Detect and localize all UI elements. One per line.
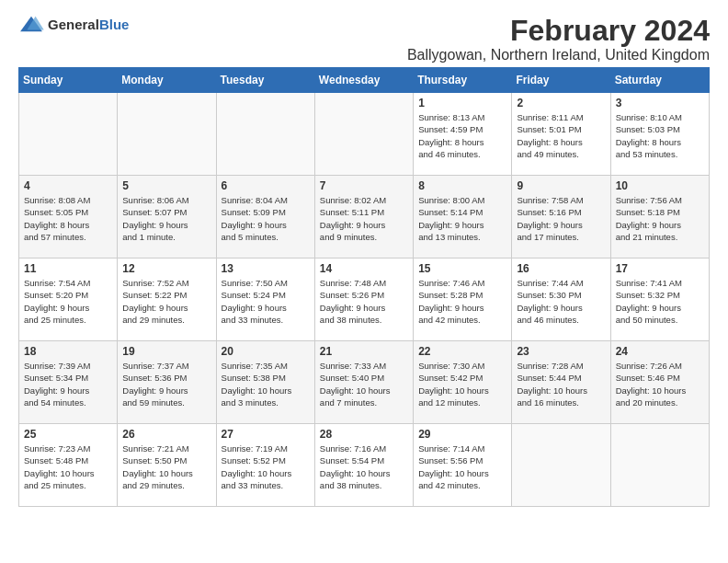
page-subtitle: Ballygowan, Northern Ireland, United Kin… [407, 47, 710, 63]
calendar-day-header: Sunday [19, 68, 118, 93]
day-number: 3 [616, 97, 704, 109]
calendar-cell: 23Sunrise: 7:28 AM Sunset: 5:44 PM Dayli… [512, 341, 610, 424]
calendar-cell: 2Sunrise: 8:11 AM Sunset: 5:01 PM Daylig… [512, 93, 610, 176]
calendar-cell: 6Sunrise: 8:04 AM Sunset: 5:09 PM Daylig… [216, 176, 314, 259]
day-info: Sunrise: 7:26 AM Sunset: 5:46 PM Dayligh… [616, 360, 704, 408]
day-info: Sunrise: 7:54 AM Sunset: 5:20 PM Dayligh… [24, 277, 112, 326]
calendar-cell: 1Sunrise: 8:13 AM Sunset: 4:59 PM Daylig… [414, 93, 512, 176]
calendar-cell: 22Sunrise: 7:30 AM Sunset: 5:42 PM Dayli… [414, 341, 512, 424]
calendar-header-row: SundayMondayTuesdayWednesdayThursdayFrid… [19, 68, 710, 93]
calendar-day-header: Wednesday [314, 68, 413, 93]
logo-text-general: General [48, 17, 99, 32]
day-number: 23 [517, 345, 605, 358]
calendar-cell: 18Sunrise: 7:39 AM Sunset: 5:34 PM Dayli… [19, 341, 118, 424]
day-info: Sunrise: 7:30 AM Sunset: 5:42 PM Dayligh… [418, 360, 506, 408]
logo-text-blue: Blue [99, 17, 130, 32]
logo-icon [18, 15, 44, 35]
day-info: Sunrise: 7:46 AM Sunset: 5:28 PM Dayligh… [418, 277, 506, 326]
day-number: 12 [122, 262, 210, 275]
day-info: Sunrise: 7:28 AM Sunset: 5:44 PM Dayligh… [517, 360, 605, 408]
day-number: 10 [616, 179, 704, 192]
day-number: 27 [222, 428, 310, 441]
day-info: Sunrise: 7:56 AM Sunset: 5:18 PM Dayligh… [616, 194, 704, 243]
day-number: 24 [616, 345, 704, 358]
calendar-cell: 20Sunrise: 7:35 AM Sunset: 5:38 PM Dayli… [216, 341, 314, 424]
calendar-day-header: Tuesday [216, 68, 314, 93]
calendar-cell: 25Sunrise: 7:23 AM Sunset: 5:48 PM Dayli… [19, 424, 118, 507]
day-info: Sunrise: 7:23 AM Sunset: 5:48 PM Dayligh… [24, 442, 112, 491]
logo: GeneralBlue [18, 15, 129, 35]
day-number: 6 [222, 179, 310, 192]
day-info: Sunrise: 7:14 AM Sunset: 5:56 PM Dayligh… [418, 442, 506, 491]
calendar-day-header: Monday [118, 68, 216, 93]
calendar-day-header: Saturday [610, 68, 709, 93]
day-info: Sunrise: 8:02 AM Sunset: 5:11 PM Dayligh… [320, 194, 408, 243]
day-info: Sunrise: 7:19 AM Sunset: 5:52 PM Dayligh… [222, 442, 310, 491]
calendar-cell: 9Sunrise: 7:58 AM Sunset: 5:16 PM Daylig… [512, 176, 610, 259]
title-area: February 2024 Ballygowan, Northern Irela… [407, 15, 710, 63]
calendar-cell: 5Sunrise: 8:06 AM Sunset: 5:07 PM Daylig… [118, 176, 216, 259]
day-info: Sunrise: 8:06 AM Sunset: 5:07 PM Dayligh… [122, 194, 210, 243]
calendar-cell [314, 93, 413, 176]
day-info: Sunrise: 7:37 AM Sunset: 5:36 PM Dayligh… [122, 360, 210, 408]
calendar-cell: 28Sunrise: 7:16 AM Sunset: 5:54 PM Dayli… [314, 424, 413, 507]
day-info: Sunrise: 8:00 AM Sunset: 5:14 PM Dayligh… [418, 194, 506, 243]
calendar-cell: 26Sunrise: 7:21 AM Sunset: 5:50 PM Dayli… [118, 424, 216, 507]
calendar-cell [19, 93, 118, 176]
day-info: Sunrise: 7:39 AM Sunset: 5:34 PM Dayligh… [24, 360, 112, 408]
day-number: 17 [616, 262, 704, 275]
day-number: 18 [24, 345, 112, 358]
calendar-cell: 21Sunrise: 7:33 AM Sunset: 5:40 PM Dayli… [314, 341, 413, 424]
calendar-week-row: 1Sunrise: 8:13 AM Sunset: 4:59 PM Daylig… [19, 93, 710, 176]
calendar-day-header: Thursday [414, 68, 512, 93]
calendar-cell: 19Sunrise: 7:37 AM Sunset: 5:36 PM Dayli… [118, 341, 216, 424]
calendar-week-row: 4Sunrise: 8:08 AM Sunset: 5:05 PM Daylig… [19, 176, 710, 259]
day-number: 22 [418, 345, 506, 358]
calendar-cell: 15Sunrise: 7:46 AM Sunset: 5:28 PM Dayli… [414, 259, 512, 341]
day-number: 21 [320, 345, 408, 358]
day-number: 15 [418, 262, 506, 275]
day-info: Sunrise: 8:13 AM Sunset: 4:59 PM Dayligh… [418, 111, 506, 160]
day-info: Sunrise: 7:48 AM Sunset: 5:26 PM Dayligh… [320, 277, 408, 326]
day-info: Sunrise: 7:16 AM Sunset: 5:54 PM Dayligh… [320, 442, 408, 491]
calendar-cell: 16Sunrise: 7:44 AM Sunset: 5:30 PM Dayli… [512, 259, 610, 341]
calendar-cell: 12Sunrise: 7:52 AM Sunset: 5:22 PM Dayli… [118, 259, 216, 341]
calendar-cell [118, 93, 216, 176]
day-number: 19 [122, 345, 210, 358]
calendar-day-header: Friday [512, 68, 610, 93]
day-info: Sunrise: 8:04 AM Sunset: 5:09 PM Dayligh… [222, 194, 310, 243]
day-info: Sunrise: 8:08 AM Sunset: 5:05 PM Dayligh… [24, 194, 112, 243]
day-number: 1 [418, 97, 506, 109]
calendar-week-row: 25Sunrise: 7:23 AM Sunset: 5:48 PM Dayli… [19, 424, 710, 507]
page-title: February 2024 [407, 15, 710, 47]
calendar-cell [216, 93, 314, 176]
calendar-cell: 3Sunrise: 8:10 AM Sunset: 5:03 PM Daylig… [610, 93, 709, 176]
page-header: GeneralBlue February 2024 Ballygowan, No… [18, 15, 710, 63]
day-info: Sunrise: 7:58 AM Sunset: 5:16 PM Dayligh… [517, 194, 605, 243]
day-number: 28 [320, 428, 408, 441]
calendar-cell: 11Sunrise: 7:54 AM Sunset: 5:20 PM Dayli… [19, 259, 118, 341]
calendar-cell: 7Sunrise: 8:02 AM Sunset: 5:11 PM Daylig… [314, 176, 413, 259]
day-info: Sunrise: 7:52 AM Sunset: 5:22 PM Dayligh… [122, 277, 210, 326]
calendar-cell: 8Sunrise: 8:00 AM Sunset: 5:14 PM Daylig… [414, 176, 512, 259]
day-info: Sunrise: 7:50 AM Sunset: 5:24 PM Dayligh… [222, 277, 310, 326]
day-number: 26 [122, 428, 210, 441]
day-info: Sunrise: 7:44 AM Sunset: 5:30 PM Dayligh… [517, 277, 605, 326]
day-info: Sunrise: 7:41 AM Sunset: 5:32 PM Dayligh… [616, 277, 704, 326]
day-info: Sunrise: 7:21 AM Sunset: 5:50 PM Dayligh… [122, 442, 210, 491]
day-number: 20 [222, 345, 310, 358]
day-info: Sunrise: 7:33 AM Sunset: 5:40 PM Dayligh… [320, 360, 408, 408]
calendar-cell: 24Sunrise: 7:26 AM Sunset: 5:46 PM Dayli… [610, 341, 709, 424]
day-number: 5 [122, 179, 210, 192]
calendar-cell: 10Sunrise: 7:56 AM Sunset: 5:18 PM Dayli… [610, 176, 709, 259]
calendar-week-row: 18Sunrise: 7:39 AM Sunset: 5:34 PM Dayli… [19, 341, 710, 424]
calendar-cell: 4Sunrise: 8:08 AM Sunset: 5:05 PM Daylig… [19, 176, 118, 259]
calendar-cell: 14Sunrise: 7:48 AM Sunset: 5:26 PM Dayli… [314, 259, 413, 341]
calendar-cell [512, 424, 610, 507]
calendar-table: SundayMondayTuesdayWednesdayThursdayFrid… [18, 67, 710, 507]
day-number: 14 [320, 262, 408, 275]
calendar-cell: 17Sunrise: 7:41 AM Sunset: 5:32 PM Dayli… [610, 259, 709, 341]
day-number: 4 [24, 179, 112, 192]
day-info: Sunrise: 8:10 AM Sunset: 5:03 PM Dayligh… [616, 111, 704, 160]
day-number: 2 [517, 97, 605, 109]
